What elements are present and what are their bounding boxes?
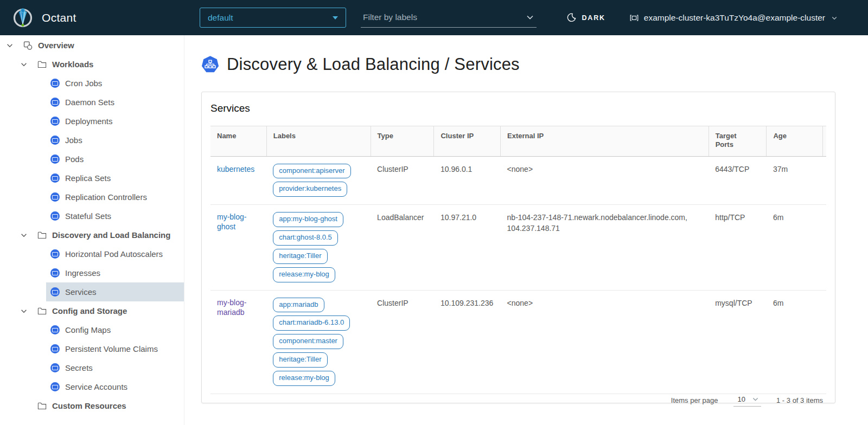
type-cell: LoadBalancer: [371, 205, 434, 290]
config-maps-icon: [50, 325, 60, 335]
sidebar-item-secrets[interactable]: Secrets: [46, 358, 184, 377]
label-badge[interactable]: release:my-blog: [273, 267, 335, 282]
chevron-down-icon[interactable]: [20, 61, 28, 68]
sidebar-item-label: Ingresses: [65, 268, 100, 278]
sidebar-item-horizontal-pod-autoscalers[interactable]: Horizontal Pod Autoscalers: [46, 244, 184, 263]
sidebar-item-label: Daemon Sets: [65, 98, 114, 107]
secrets-icon: [50, 363, 60, 373]
target-ports-cell: mysql/TCP: [709, 290, 767, 394]
cluster-context-selector[interactable]: example-cluster-ka3TuTzYo4a@example-clus…: [629, 13, 838, 23]
page-size-value: 10: [738, 395, 745, 403]
column-header-target-ports: Target Ports: [709, 126, 767, 157]
label-badge[interactable]: chart:mariadb-6.13.0: [273, 315, 350, 331]
namespace-selector[interactable]: default: [200, 8, 346, 28]
age-cell: 37m: [767, 156, 822, 205]
chevron-down-icon[interactable]: [5, 42, 14, 49]
label-badge[interactable]: heritage:Tiller: [273, 249, 327, 264]
sidebar-item-jobs[interactable]: Jobs: [46, 131, 184, 150]
sidebar-item-label: Services: [65, 287, 97, 297]
sidebar-item-stateful-sets[interactable]: Stateful Sets: [46, 207, 184, 226]
chevron-down-icon[interactable]: [20, 231, 28, 239]
sidebar-item-custom-resources[interactable]: Custom Resources: [0, 396, 184, 415]
label-badge-stack: component:apiserverprovider:kubernetes: [273, 164, 366, 197]
label-badge[interactable]: app:mariadb: [273, 298, 324, 313]
service-link[interactable]: my-blog-ghost: [217, 212, 262, 231]
services-table: NameLabelsTypeCluster IPExternal IPTarge…: [210, 126, 826, 394]
cluster-icon: [629, 13, 639, 23]
sidebar-item-label: Overview: [38, 41, 74, 50]
sidebar-item-label: Replication Controllers: [65, 192, 147, 202]
replication-controllers-icon: [50, 192, 60, 202]
table-header: NameLabelsTypeCluster IPExternal IPTarge…: [210, 126, 826, 157]
sidebar-item-services[interactable]: Services: [46, 282, 184, 301]
sidebar-item-ingresses[interactable]: Ingresses: [46, 263, 184, 282]
sidebar-item-pods[interactable]: Pods: [46, 150, 184, 169]
caret-down-icon: [333, 16, 338, 20]
sidebar-item-config-and-storage[interactable]: Config and Storage: [0, 301, 184, 320]
external-ip-cell: <none>: [501, 290, 709, 394]
column-header-external-ip: External IP: [501, 126, 709, 157]
sidebar-item-label: Persistent Volume Claims: [65, 344, 158, 353]
table-row: my-blog-mariadbapp:mariadbchart:mariadb-…: [210, 290, 826, 394]
cron-jobs-icon: [50, 78, 60, 88]
pagination-footer: Items per page 10 1 - 3 of 3 items: [210, 394, 826, 407]
namespace-selected-value: default: [208, 13, 233, 23]
label-badge[interactable]: release:my-blog: [273, 371, 335, 386]
age-cell: 6m: [767, 205, 822, 290]
sidebar-item-label: Config Maps: [65, 325, 111, 334]
external-ip-cell: nb-104-237-148-71.newark.nodebalancer.li…: [501, 205, 709, 290]
sidebar-item-workloads[interactable]: Workloads: [0, 55, 184, 74]
label-badge[interactable]: heritage:Tiller: [273, 352, 327, 368]
cluster-ip-cell: 10.109.231.236: [434, 290, 501, 394]
sidebar-item-daemon-sets[interactable]: Daemon Sets: [46, 93, 184, 112]
sidebar-item-discovery-and-load-balancing[interactable]: Discovery and Load Balancing: [0, 226, 184, 244]
page-title-row: Discovery & Load Balancing / Services: [201, 55, 835, 74]
age-cell: 6m: [767, 290, 822, 394]
chevron-down-icon: [831, 15, 838, 21]
page-size-select[interactable]: 10: [733, 394, 761, 407]
folder-icon: [37, 59, 47, 69]
app-title: Octant: [42, 11, 76, 24]
type-cell: ClusterIP: [371, 156, 434, 205]
service-link[interactable]: my-blog-mariadb: [217, 298, 262, 317]
chevron-down-icon[interactable]: [20, 307, 28, 315]
jobs-icon: [50, 135, 60, 145]
sidebar-item-config-maps[interactable]: Config Maps: [46, 320, 184, 339]
sidebar-item-replica-sets[interactable]: Replica Sets: [46, 169, 184, 188]
sidebar-item-overview[interactable]: Overview: [0, 36, 184, 55]
sidebar-item-label: Workloads: [52, 60, 93, 69]
row-spacer-cell: [822, 205, 826, 290]
column-header-spacer: [822, 126, 826, 157]
label-badge[interactable]: chart:ghost-8.0.5: [273, 230, 338, 246]
folder-icon: [37, 401, 47, 411]
row-spacer-cell: [822, 290, 826, 394]
chevron-down-icon[interactable]: [526, 13, 534, 22]
chevron-down-icon: [752, 396, 759, 403]
sidebar-item-label: Config and Storage: [52, 306, 127, 315]
theme-toggle-button[interactable]: DARK: [567, 13, 605, 22]
label-filter-input[interactable]: [362, 12, 514, 23]
label-badge[interactable]: component:apiserver: [273, 164, 350, 179]
sidebar-item-cron-jobs[interactable]: Cron Jobs: [46, 74, 184, 93]
cluster-ip-cell: 10.96.0.1: [434, 156, 501, 205]
external-ip-cell: <none>: [501, 156, 709, 205]
sidebar-item-label: Replica Sets: [65, 173, 111, 183]
ingresses-icon: [50, 268, 60, 278]
cluster-ip-cell: 10.97.21.0: [434, 205, 501, 290]
sidebar-item-replication-controllers[interactable]: Replication Controllers: [46, 188, 184, 207]
label-badge[interactable]: component:master: [273, 334, 343, 349]
label-badge[interactable]: provider:kubernetes: [273, 182, 347, 197]
octant-logo-icon: [12, 7, 34, 29]
table-body: kubernetescomponent:apiserverprovider:ku…: [210, 156, 826, 394]
service-link[interactable]: kubernetes: [217, 164, 254, 174]
brand: Octant: [0, 7, 184, 29]
sidebar-item-persistent-volume-claims[interactable]: Persistent Volume Claims: [46, 339, 184, 358]
target-ports-cell: 6443/TCP: [709, 156, 767, 205]
sidebar-item-label: Horizontal Pod Autoscalers: [65, 249, 163, 259]
sidebar-item-deployments[interactable]: Deployments: [46, 112, 184, 131]
sidebar-item-service-accounts[interactable]: Service Accounts: [46, 377, 184, 396]
column-header-labels: Labels: [266, 126, 371, 157]
services-icon: [50, 287, 60, 297]
label-badge[interactable]: app:my-blog-ghost: [273, 212, 343, 227]
service-accounts-icon: [50, 382, 60, 392]
